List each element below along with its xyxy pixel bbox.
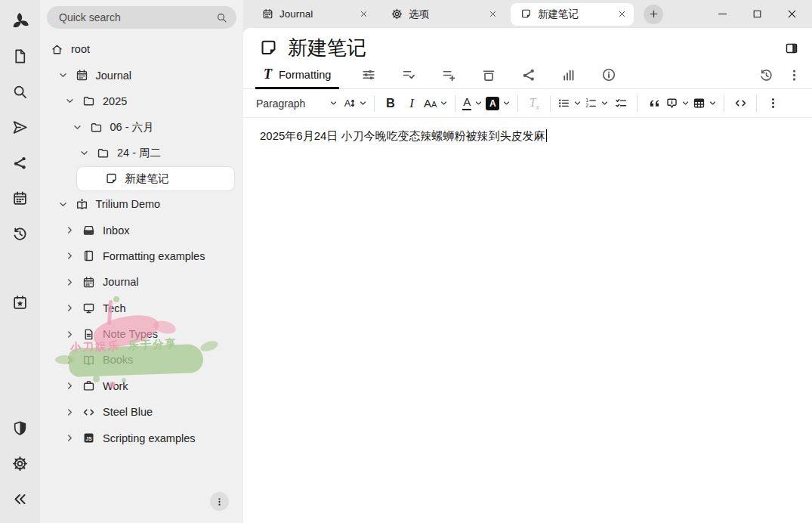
tree-item-label: Tech [103, 302, 126, 314]
window-maximize-button[interactable] [739, 2, 774, 27]
tree-item-4[interactable]: 24 - 周二 [40, 141, 243, 166]
expander-chevron-right-icon[interactable] [65, 330, 75, 339]
ribbon-tab-note-map[interactable] [508, 61, 548, 88]
launcher-new-note-button[interactable] [0, 39, 40, 74]
bold-button[interactable]: B [380, 93, 401, 114]
tree-item-0[interactable]: root [40, 36, 243, 62]
quick-search-input[interactable] [57, 11, 216, 24]
bulleted-list-button[interactable] [556, 93, 583, 114]
background-color-button[interactable]: A [484, 93, 512, 114]
expander-chevron-down-icon[interactable] [58, 70, 68, 80]
ribbon-tab-note-info[interactable] [588, 61, 628, 88]
tree-item-7[interactable]: Inbox [40, 217, 243, 243]
tree-item-label: Trilium Demo [96, 198, 161, 210]
launcher-search-button[interactable] [0, 74, 40, 110]
window-close-button[interactable] [774, 2, 809, 27]
calendar-icon [82, 276, 95, 289]
expander-chevron-right-icon[interactable] [65, 433, 75, 443]
svg-text:JS: JS [85, 436, 92, 441]
calendar-icon [76, 69, 88, 82]
note-editor[interactable]: 2025年6月24日 小刀今晚吃变态辣螺蛳粉被辣到头皮发麻 [243, 118, 812, 523]
note-icon [105, 172, 118, 185]
js-icon: JS [82, 432, 95, 444]
new-tab-button[interactable] [644, 5, 663, 24]
tree-item-3[interactable]: 06 - 六月 [40, 114, 243, 140]
ribbon-tab-formatting[interactable]: T Formatting [255, 62, 339, 89]
block-quote-button[interactable] [643, 93, 664, 114]
todo-list-button[interactable] [610, 93, 631, 114]
heading-select-button[interactable]: Paragraph [254, 93, 341, 114]
launcher-calendar-button[interactable] [0, 181, 40, 216]
tree-item-8[interactable]: Formatting examples [40, 243, 243, 269]
tree-item-1[interactable]: Journal [40, 62, 243, 88]
tab-close-icon[interactable] [616, 8, 628, 20]
tree-item-15[interactable]: JSScripting examples [40, 425, 243, 450]
expander-chevron-right-icon[interactable] [65, 355, 75, 365]
tree-item-11[interactable]: Note Types [40, 321, 243, 347]
launcher-settings-button[interactable] [0, 446, 40, 481]
expander-chevron-down-icon[interactable] [65, 96, 75, 106]
toolbar-separator [550, 95, 551, 112]
launcher-note-map-button[interactable] [0, 145, 40, 181]
remove-format-button[interactable]: Tx [523, 93, 545, 114]
insert-table-button[interactable] [691, 93, 718, 114]
expander-chevron-right-icon[interactable] [65, 381, 75, 391]
tree-item-9[interactable]: Journal [40, 269, 243, 295]
expander-chevron-right-icon[interactable] [65, 303, 75, 313]
tree-item-6[interactable]: Trilium Demo [40, 191, 243, 217]
tree-item-12[interactable]: Books [40, 347, 243, 373]
text-case-button[interactable]: AA [422, 93, 449, 114]
tree-item-14[interactable]: Steel Blue [40, 399, 243, 425]
tree-item-13[interactable]: Work [40, 373, 243, 399]
window-minimize-button[interactable] [705, 2, 739, 27]
expander-chevron-right-icon[interactable] [65, 407, 75, 417]
chevron-down-icon [573, 99, 582, 107]
note-icon [259, 39, 278, 57]
tree-item-5[interactable]: 新建笔记 [76, 166, 236, 191]
expander-chevron-down-icon[interactable] [79, 148, 89, 158]
launcher-collapse-pane-button[interactable] [0, 481, 40, 517]
more-options-button[interactable] [786, 61, 801, 88]
quick-search[interactable] [47, 6, 236, 29]
insert-table-icon [693, 97, 705, 110]
ribbon-tab-inherited-attributes[interactable] [428, 61, 468, 88]
expander-chevron-right-icon[interactable] [65, 251, 75, 261]
inline-code-button[interactable] [730, 93, 751, 114]
tree-item-label: Journal [96, 70, 132, 82]
tree-item-10[interactable]: Tech [40, 296, 243, 321]
admonition-button[interactable] [664, 93, 691, 114]
more-options-button[interactable] [762, 93, 783, 114]
trilium-app: rootJournal202506 - 六月24 - 周二新建笔记Trilium… [0, 0, 812, 523]
launcher-protected-session-button[interactable] [0, 410, 40, 446]
book-reader-icon [76, 198, 88, 211]
toggle-right-pane-icon[interactable] [783, 40, 800, 57]
tree-options-button[interactable] [210, 492, 229, 511]
ribbon-tab-similar-notes[interactable] [548, 61, 588, 88]
expander-chevron-down-icon[interactable] [58, 200, 68, 209]
font-color-button[interactable]: A [461, 93, 484, 114]
note-title[interactable]: 新建笔记 [288, 36, 773, 60]
launcher-bookmarks-button[interactable] [0, 285, 40, 320]
numbered-list-button[interactable]: 12 [583, 93, 610, 114]
tab-label: 选项 [409, 8, 480, 21]
launcher-jump-to-button[interactable] [0, 110, 40, 145]
tab-close-icon[interactable] [486, 8, 499, 20]
ribbon-tab-note-paths[interactable] [468, 61, 508, 88]
tab-0[interactable]: Journal [252, 3, 375, 26]
ribbon-tab-basic-properties[interactable] [348, 61, 388, 88]
tab-close-icon[interactable] [357, 8, 370, 20]
ribbon-tab-label: Formatting [279, 69, 331, 81]
ribbon-tab-owned-attributes[interactable] [388, 61, 428, 88]
expander-chevron-right-icon[interactable] [65, 225, 75, 235]
italic-button[interactable]: I [401, 93, 422, 114]
tree-item-2[interactable]: 2025 [40, 88, 243, 114]
book-open-icon [82, 354, 95, 367]
expander-chevron-right-icon[interactable] [65, 277, 75, 287]
revisions-button[interactable] [758, 61, 773, 88]
text-T-icon: T [264, 67, 272, 82]
font-size-button[interactable]: A [341, 93, 369, 114]
expander-chevron-down-icon[interactable] [73, 122, 82, 132]
launcher-recent-changes-button[interactable] [0, 216, 40, 252]
tab-2[interactable]: 新建笔记 [511, 3, 634, 26]
tab-1[interactable]: 选项 [381, 3, 505, 26]
